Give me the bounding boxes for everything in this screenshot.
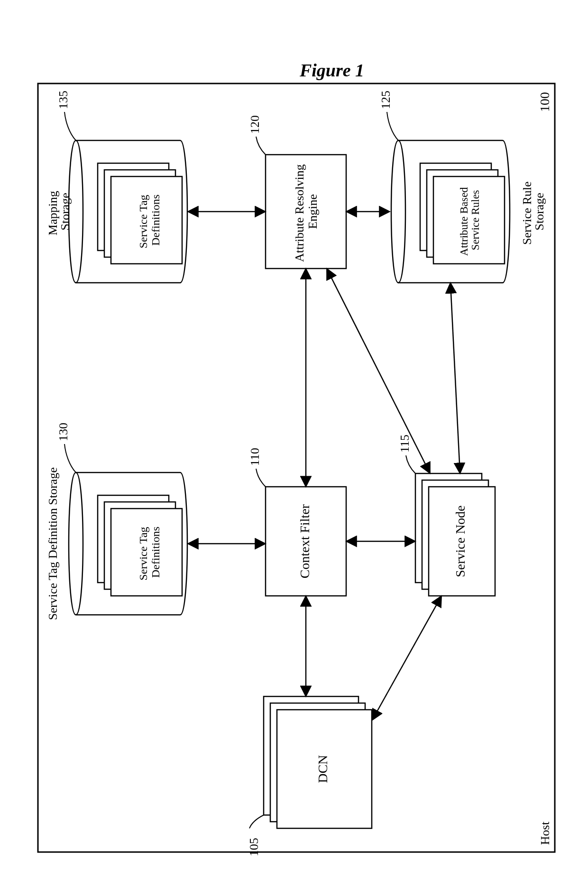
figure-caption: Figure 1: [289, 60, 375, 81]
service-node-block: Service Node 115: [398, 435, 495, 596]
dcn-number: 105: [247, 838, 261, 856]
host-label: Host: [538, 821, 552, 845]
service-node-label: Service Node: [453, 505, 468, 577]
context-filter-number: 110: [248, 448, 262, 466]
std-left-label: Service Tag Definitions: [137, 524, 162, 580]
dcn-label: DCN: [315, 755, 330, 783]
mapping-storage-label: Mapping Storage: [46, 188, 72, 235]
diagram-canvas: Host 100 Service Tag Definition Storage: [24, 24, 569, 866]
abs-rules-label: Attribute Based Service Rules: [458, 185, 481, 256]
page: Host 100 Service Tag Definition Storage: [0, 0, 588, 890]
arrow-sn-srs: [450, 284, 460, 473]
service-rule-storage: Service Rule Storage Attribute Based Ser…: [379, 91, 546, 283]
mapping-storage: Mapping Storage Service Tag Definitions …: [46, 91, 187, 283]
std-left-storage-label: Service Tag Definition Storage: [46, 467, 60, 620]
std-right-label: Service Tag Definitions: [137, 192, 162, 248]
std-right-number: 135: [56, 91, 70, 109]
host-number: 100: [537, 92, 552, 112]
context-filter-block: Context Filter 110: [248, 448, 346, 596]
attribute-engine-number: 120: [248, 115, 262, 134]
context-filter-label: Context Filter: [297, 504, 312, 578]
dcn-block: DCN 105: [247, 696, 372, 856]
diagram-svg: Host 100 Service Tag Definition Storage: [24, 24, 569, 866]
service-node-number: 115: [398, 435, 412, 453]
std-left-number: 130: [56, 423, 70, 441]
arrow-sn-ae: [327, 269, 430, 473]
service-rule-storage-label: Service Rule Storage: [520, 178, 546, 245]
attribute-engine-block: Attribute Resolving Engine 120: [248, 115, 346, 269]
rotated-stage: Host 100 Service Tag Definition Storage: [24, 24, 569, 866]
abs-rules-number: 125: [379, 91, 393, 109]
arrow-dcn-sn: [373, 597, 441, 719]
service-tag-definition-storage: Service Tag Definition Storage Service T…: [46, 423, 187, 620]
